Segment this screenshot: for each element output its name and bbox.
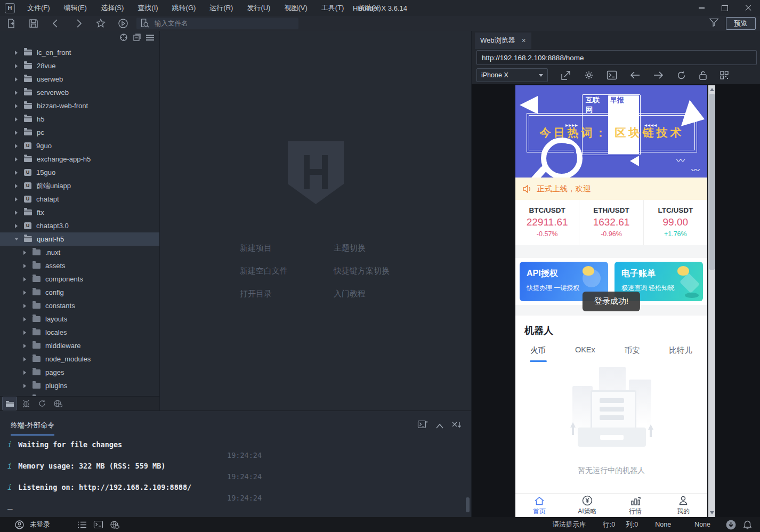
chevron-right-icon[interactable] (14, 237, 19, 242)
welcome-action-link[interactable]: 打开目录 (240, 289, 334, 299)
tree-item[interactable]: plugins (0, 379, 159, 392)
welcome-action-link[interactable]: 新建空白文件 (240, 266, 334, 276)
nav-ai-strategy[interactable]: AI策略 (563, 494, 611, 517)
chevron-right-icon[interactable] (14, 157, 19, 162)
chevron-right-icon[interactable] (14, 170, 19, 175)
device-selector[interactable]: iPhone X (476, 68, 548, 82)
scrollbar-thumb[interactable] (709, 94, 715, 270)
chevron-right-icon[interactable] (14, 210, 19, 215)
tree-item[interactable]: 9guo (0, 139, 159, 152)
menu-item[interactable]: 发行(U) (240, 0, 277, 16)
chevron-right-icon[interactable] (22, 277, 28, 282)
forward-button[interactable] (73, 18, 84, 29)
notification-bell-icon[interactable] (743, 520, 751, 529)
chevron-right-icon[interactable] (14, 197, 19, 202)
syntax-hint-lib[interactable]: 语法提示库 (553, 520, 586, 529)
tab-biter[interactable]: 比特儿 (669, 345, 693, 362)
debug-icon[interactable] (19, 397, 33, 410)
scroll-down-icon[interactable] (710, 511, 714, 514)
tree-item[interactable]: constants (0, 299, 159, 312)
user-avatar-icon[interactable] (15, 520, 24, 529)
outline-list-icon[interactable] (78, 521, 86, 528)
terminal-tab[interactable]: 终端-外部命令 (11, 421, 54, 436)
close-panel-icon[interactable] (452, 421, 462, 431)
chevron-right-icon[interactable] (14, 117, 19, 122)
tree-item[interactable]: .nuxt (0, 246, 159, 259)
chevron-right-icon[interactable] (14, 90, 19, 95)
ticker-eth[interactable]: ETH/USDT 1632.61 -0.96% (579, 200, 643, 245)
chevron-right-icon[interactable] (22, 357, 28, 362)
chevron-right-icon[interactable] (22, 330, 28, 335)
new-file-button[interactable] (6, 18, 17, 29)
chevron-right-icon[interactable] (22, 303, 28, 309)
tree-item[interactable]: 28vue (0, 59, 159, 72)
maximize-panel-icon[interactable] (436, 421, 443, 431)
run-button[interactable] (118, 18, 128, 29)
tab-okex[interactable]: OKEx (575, 345, 595, 362)
menu-item[interactable]: 选择(S) (94, 0, 131, 16)
qrcode-icon[interactable] (720, 71, 729, 79)
web-service-icon[interactable] (110, 521, 119, 529)
chevron-right-icon[interactable] (14, 183, 19, 189)
chevron-right-icon[interactable] (14, 63, 19, 69)
lock-icon[interactable] (699, 71, 707, 80)
chevron-right-icon[interactable] (22, 290, 28, 295)
welcome-action-link[interactable]: 入门教程 (334, 289, 390, 299)
tree-item[interactable]: locales (0, 326, 159, 339)
chevron-right-icon[interactable] (14, 130, 19, 135)
web-browser-tab[interactable]: Web浏览器 × (475, 33, 531, 49)
chevron-right-icon[interactable] (14, 50, 19, 55)
tree-item[interactable]: quant-h5 (0, 232, 159, 246)
tree-item[interactable]: lc_en_front (0, 46, 159, 59)
tree-item[interactable]: 15guo (0, 166, 159, 179)
ticker-btc[interactable]: BTC/USDT 22911.61 -0.57% (515, 200, 579, 245)
network-globe-icon[interactable] (51, 397, 65, 410)
menu-item[interactable]: 跳转(G) (165, 0, 203, 16)
tree-item[interactable]: ftx (0, 206, 159, 219)
menu-item[interactable]: 运行(R) (203, 0, 240, 16)
scroll-up-icon[interactable] (710, 88, 714, 91)
filter-icon[interactable] (709, 18, 718, 29)
menu-item[interactable]: 工具(T) (314, 0, 351, 16)
file-search-input[interactable] (153, 19, 278, 28)
project-manager-icon[interactable] (2, 397, 17, 410)
tree-item[interactable]: serverweb (0, 86, 159, 99)
file-search-box[interactable] (136, 18, 298, 29)
chevron-right-icon[interactable] (22, 383, 28, 389)
encoding-indicator[interactable]: None (655, 521, 671, 528)
chevron-right-icon[interactable] (14, 143, 19, 149)
nav-profile[interactable]: 我的 (659, 494, 707, 517)
chevron-right-icon[interactable] (22, 250, 28, 255)
welcome-action-link[interactable]: 主题切换 (334, 243, 390, 253)
tree-item[interactable]: exchange-app-h5 (0, 152, 159, 166)
locate-file-icon[interactable] (119, 33, 128, 42)
preview-scrollbar[interactable] (708, 85, 715, 517)
save-button[interactable] (28, 18, 39, 29)
tree-item[interactable]: layouts (0, 312, 159, 326)
nav-markets[interactable]: 行情 (611, 494, 659, 517)
maximize-button[interactable] (713, 0, 737, 16)
chevron-right-icon[interactable] (22, 263, 28, 269)
refresh-icon[interactable] (677, 71, 686, 80)
nav-home[interactable]: 首页 (515, 494, 563, 517)
tree-item[interactable]: pc (0, 126, 159, 139)
viewport-resize-icon[interactable] (561, 70, 571, 80)
menu-item[interactable]: 编辑(E) (57, 0, 94, 16)
address-bar[interactable] (476, 50, 757, 65)
menu-item[interactable]: 文件(F) (20, 0, 57, 16)
terminal-status-icon[interactable] (94, 521, 103, 528)
chevron-right-icon[interactable] (22, 370, 28, 375)
terminal-scrollbar[interactable] (466, 497, 470, 512)
bookmark-star-button[interactable] (95, 18, 106, 29)
forward-arrow-icon[interactable] (653, 71, 664, 79)
back-arrow-icon[interactable] (630, 71, 640, 79)
new-terminal-icon[interactable] (418, 421, 427, 431)
download-update-icon[interactable] (726, 520, 736, 530)
filetype-indicator[interactable]: None (694, 521, 710, 528)
terminal-output[interactable]: iWaiting for file changes 19:24:24 iMemo… (7, 439, 460, 503)
menu-item[interactable]: 查找(I) (131, 0, 165, 16)
login-status[interactable]: 未登录 (30, 520, 50, 529)
welcome-action-link[interactable]: 新建项目 (240, 243, 334, 253)
tree-item[interactable]: h5 (0, 112, 159, 126)
announcement-bar[interactable]: 正式上线，欢迎 (515, 178, 707, 200)
